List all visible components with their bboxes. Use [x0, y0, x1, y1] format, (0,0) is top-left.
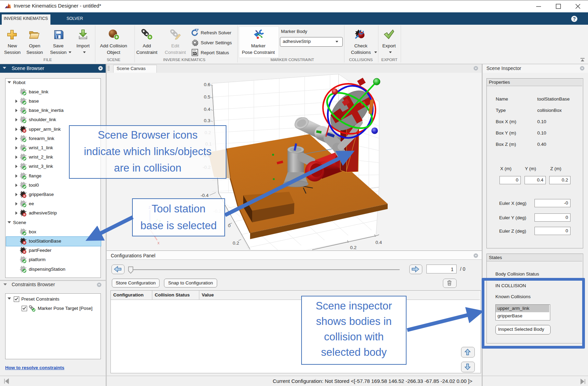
svg-text:?: ?: [573, 16, 576, 22]
svg-text:0.6: 0.6: [204, 82, 210, 87]
svg-text:0.3: 0.3: [204, 118, 210, 123]
svg-text:0.2: 0.2: [233, 241, 239, 246]
svg-text:0.4: 0.4: [376, 240, 382, 245]
svg-text:-0.4: -0.4: [201, 193, 209, 198]
svg-text:0.5: 0.5: [204, 94, 210, 100]
svg-text:x: x: [157, 241, 160, 245]
svg-text:0.4: 0.4: [204, 107, 210, 112]
svg-text:0.2: 0.2: [350, 245, 357, 250]
